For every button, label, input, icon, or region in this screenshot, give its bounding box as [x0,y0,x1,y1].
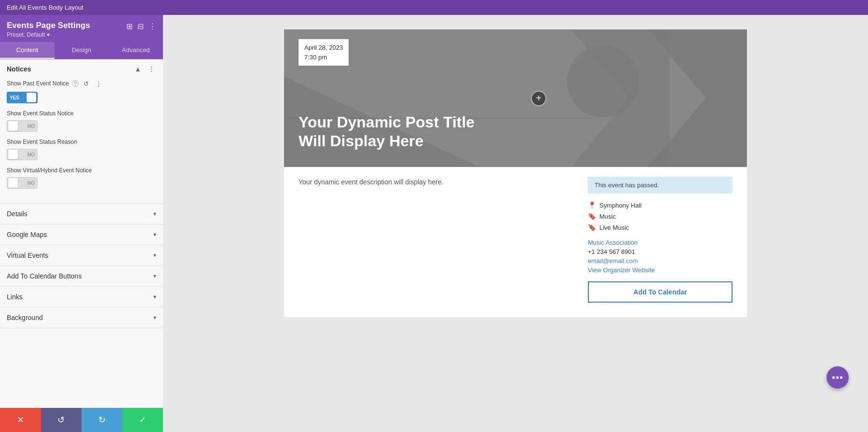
notices-header-row: Notices ▲ ⋮ [7,64,156,74]
event-main: Your dynamic event description will disp… [298,177,573,303]
section-header-add-to-calendar[interactable]: Add To Calendar Buttons ▾ [0,266,163,286]
sidebar-tabs: Content Design Advanced [0,42,163,59]
layout-icon[interactable]: ⊟ [137,22,144,31]
fab-icon: ••• [832,372,843,383]
setting-label-text-2: Show Event Status Notice [7,110,74,117]
event-sidebar-right: This event has passed. 📍 Symphony Hall 🔖… [588,177,732,303]
sidebar-body: Notices ▲ ⋮ Show Past Event Notice ? ↺ ⋮ [0,59,163,408]
more-icon[interactable]: ⋮ [149,22,156,31]
banner-plus-button[interactable]: + [531,91,546,106]
toggle-event-status[interactable]: NO [7,120,38,132]
organizer-phone: +1 234 567 8901 [588,248,732,255]
add-to-calendar-button[interactable]: Add To Calendar [588,281,732,303]
header-actions: ⊞ ⊟ ⋮ [126,22,156,31]
event-meta-list: 📍 Symphony Hall 🔖 Music 🔖 Live Music [588,201,732,231]
setting-label-text-4: Show Virtual/Hybrid Event Notice [7,167,92,174]
toggle-knob-on [27,93,36,102]
setting-label-text: Show Past Event Notice [7,80,69,87]
event-banner: April 28, 2023 7:30 pm Your Dynamic Post… [284,29,747,167]
sidebar-title: Events Page Settings [7,21,90,30]
bottom-toolbar: ✕ ↺ ↻ ✓ [0,408,163,432]
section-title-virtual-events: Virtual Events [7,251,48,259]
event-body: Your dynamic event description will disp… [284,167,747,317]
past-event-notice: This event has passed. [588,177,732,194]
reset-icon-past-event[interactable]: ↺ [81,79,91,88]
meta-category: 🔖 Music [588,212,732,220]
section-details: Details ▾ [0,204,163,224]
expand-icon[interactable]: ⊞ [126,22,133,31]
section-add-to-calendar: Add To Calendar Buttons ▾ [0,266,163,287]
setting-show-event-status: Show Event Status Notice NO [7,110,156,132]
top-bar: Edit All Events Body Layout [0,0,868,15]
toggle-knob-off-2 [8,121,18,131]
tab-advanced[interactable]: Advanced [108,42,163,59]
banner-date-box: April 28, 2023 7:30 pm [298,39,349,66]
section-header-google-maps[interactable]: Google Maps ▾ [0,224,163,245]
section-title-details: Details [7,210,27,218]
setting-label-event-status-reason: Show Event Status Reason [7,139,156,145]
toggle-knob-off-3 [8,150,18,159]
chevron-background: ▾ [153,314,156,321]
organizer-website-link[interactable]: View Organizer Website [588,266,732,274]
notices-more-icon[interactable]: ⋮ [147,64,156,74]
sidebar-header: Events Page Settings ⊞ ⊟ ⋮ Preset: Defau… [0,15,163,42]
collapse-notices-icon[interactable]: ▲ [133,64,143,74]
notices-header-icons: ▲ ⋮ [133,64,156,74]
cancel-button[interactable]: ✕ [0,408,41,432]
section-header-background[interactable]: Background ▾ [0,307,163,328]
chevron-details: ▾ [153,210,156,217]
section-header-links[interactable]: Links ▾ [0,287,163,307]
toggle-knob-off-4 [8,178,18,188]
event-card: April 28, 2023 7:30 pm Your Dynamic Post… [284,29,747,317]
organizer-name-link[interactable]: Music Association [588,239,732,246]
main-layout: Events Page Settings ⊞ ⊟ ⋮ Preset: Defau… [0,15,868,432]
notices-content: Notices ▲ ⋮ Show Past Event Notice ? ↺ ⋮ [0,59,163,203]
top-bar-title: Edit All Events Body Layout [7,4,83,11]
section-header-details[interactable]: Details ▾ [0,204,163,224]
floating-action-button[interactable]: ••• [827,366,849,389]
section-header-virtual-events[interactable]: Virtual Events ▾ [0,245,163,265]
tag-icon: 🔖 [588,223,596,231]
setting-label-text-3: Show Event Status Reason [7,139,77,145]
redo-button[interactable]: ↻ [81,408,122,432]
toggle-past-event[interactable]: YES [7,92,38,103]
save-button[interactable]: ✓ [122,408,163,432]
meta-category-text: Music [599,213,616,220]
meta-tag-text: Live Music [599,224,629,231]
banner-time: 7:30 pm [304,53,343,62]
section-notices: Notices ▲ ⋮ Show Past Event Notice ? ↺ ⋮ [0,59,163,204]
toggle-event-status-reason[interactable]: NO [7,149,38,160]
section-background: Background ▾ [0,307,163,328]
event-description: Your dynamic event description will disp… [298,177,573,187]
section-title-add-to-calendar: Add To Calendar Buttons [7,272,81,280]
organizer-section: Music Association +1 234 567 8901 email@… [588,239,732,274]
canvas-area: April 28, 2023 7:30 pm Your Dynamic Post… [163,15,868,432]
tab-content[interactable]: Content [0,42,54,59]
chevron-google-maps: ▾ [153,231,156,238]
section-title-links: Links [7,293,23,301]
section-title-background: Background [7,314,43,321]
undo-button[interactable]: ↺ [41,408,82,432]
help-icon-past-event[interactable]: ? [72,80,79,87]
setting-label-past-event: Show Past Event Notice ? ↺ ⋮ [7,79,156,88]
venue-icon: 📍 [588,201,596,209]
meta-venue-text: Symphony Hall [599,202,641,209]
tab-design[interactable]: Design [54,42,109,59]
section-virtual-events: Virtual Events ▾ [0,245,163,266]
more-icon-past-event[interactable]: ⋮ [94,79,104,88]
organizer-email-link[interactable]: email@email.com [588,257,732,265]
setting-show-past-event: Show Past Event Notice ? ↺ ⋮ YES [7,79,156,103]
section-links: Links ▾ [0,287,163,307]
chevron-virtual-events: ▾ [153,252,156,259]
category-icon: 🔖 [588,212,596,220]
sidebar-preset[interactable]: Preset: Default ▾ [7,31,156,38]
meta-tag: 🔖 Live Music [588,223,732,231]
toggle-off-label-4: NO [19,181,37,186]
sidebar-header-top: Events Page Settings ⊞ ⊟ ⋮ [7,21,156,31]
banner-date: April 28, 2023 [304,43,343,53]
section-google-maps: Google Maps ▾ [0,224,163,245]
setting-show-event-status-reason: Show Event Status Reason NO [7,139,156,160]
setting-label-event-status: Show Event Status Notice [7,110,156,117]
toggle-virtual[interactable]: NO [7,177,38,189]
chevron-add-to-calendar: ▾ [153,273,156,279]
